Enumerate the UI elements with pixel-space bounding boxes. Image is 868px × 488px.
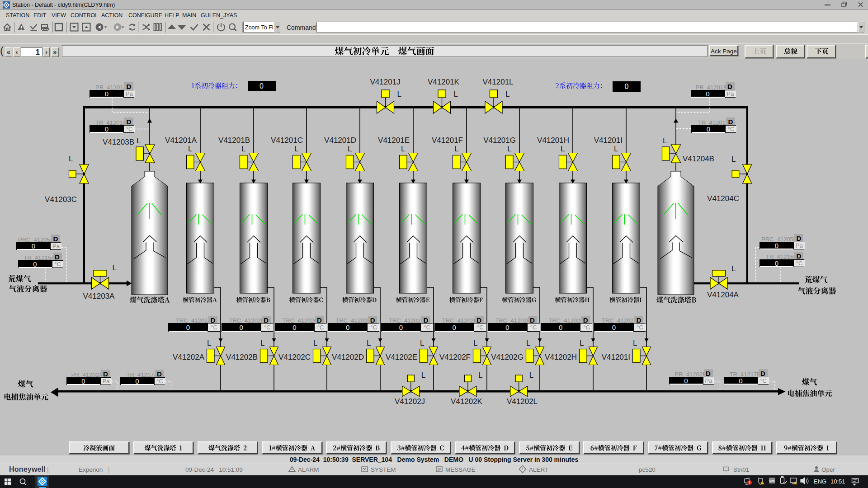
svg-text:L: L [241,145,245,153]
svg-text:L: L [260,339,264,347]
svg-text:V41201F: V41201F [432,136,463,145]
svg-text:L: L [421,371,425,380]
svg-text:V41201L: V41201L [483,78,514,86]
svg-text:L: L [137,136,141,145]
svg-text:V41202D: V41202D [332,353,364,361]
svg-text:V41201B: V41201B [218,136,250,145]
svg-text:V41201C: V41201C [271,136,303,145]
svg-text:10:51: 10:51 [830,478,845,485]
svg-text:V41202E: V41202E [386,353,417,361]
svg-text:V41202F: V41202F [439,353,471,361]
svg-text:L: L [367,339,371,347]
svg-text:L: L [401,145,405,153]
svg-text:L: L [313,339,317,347]
svg-text:V41203B: V41203B [103,138,134,146]
svg-text:V41202A: V41202A [173,353,205,361]
svg-text:L: L [113,263,117,272]
svg-text:L: L [454,90,458,99]
svg-text:V41201E: V41201E [378,136,410,145]
svg-text:L: L [454,145,458,153]
svg-text:L: L [207,339,211,347]
svg-text:V41202L: V41202L [507,397,538,406]
svg-text:L: L [561,145,565,153]
svg-text:V41202H: V41202H [545,353,577,361]
svg-text:L: L [397,90,401,99]
svg-text:L: L [69,155,73,163]
svg-text:V41202J: V41202J [395,397,425,406]
svg-text:V41201G: V41201G [483,136,516,145]
svg-text:L: L [731,155,736,164]
svg-text:L: L [633,339,637,347]
svg-text:L: L [507,145,511,153]
svg-text:V41202C: V41202C [278,353,311,361]
svg-text:V41203C: V41203C [45,195,77,204]
svg-text:L: L [614,145,618,153]
svg-text:V41204C: V41204C [707,194,739,203]
svg-text:L: L [348,145,352,153]
svg-text:V41201A: V41201A [165,136,197,145]
svg-text:V41204A: V41204A [707,291,739,299]
svg-text:L: L [420,339,424,347]
svg-text:V41201H: V41201H [537,136,569,145]
svg-text:L: L [478,371,482,380]
svg-text:V41201K: V41201K [428,78,460,86]
svg-text:L: L [731,264,736,273]
svg-text:L: L [580,339,584,347]
svg-text:L: L [529,371,533,380]
svg-text:V41203A: V41203A [83,292,115,300]
svg-text:ENG: ENG [814,478,826,485]
svg-text:V41201I: V41201I [602,353,630,361]
svg-text:L: L [188,145,192,153]
svg-text:L: L [473,339,477,347]
svg-text:V41202B: V41202B [226,353,258,361]
svg-text:V41201J: V41201J [370,78,401,86]
svg-text:vm: vm [769,479,775,483]
svg-text:L: L [663,136,667,145]
svg-text:V41204B: V41204B [683,155,714,163]
svg-text:L: L [505,90,509,99]
svg-text:V41201I: V41201I [594,136,623,145]
svg-text:V41202G: V41202G [491,353,524,361]
svg-text:V41202K: V41202K [451,397,483,406]
svg-text:L: L [526,339,530,347]
svg-text:L: L [294,145,298,153]
svg-text:V41201D: V41201D [324,136,356,145]
